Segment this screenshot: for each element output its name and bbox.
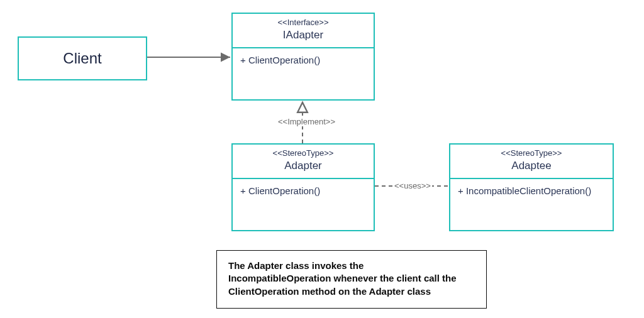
adaptee-body: + IncompatibleClientOperation(): [450, 179, 613, 202]
adaptee-header: <<StereoType>> Adaptee: [450, 145, 613, 179]
adaptee-name: Adaptee: [455, 159, 608, 173]
adapter-header: <<StereoType>> Adapter: [233, 145, 374, 179]
adapter-body: + ClientOperation(): [233, 179, 374, 202]
iadapter-body: + ClientOperation(): [233, 48, 374, 72]
note-line-1: The Adapter class invokes the: [228, 260, 475, 272]
iadapter-name: IAdapter: [238, 28, 369, 42]
note-box: The Adapter class invokes the Incompatib…: [216, 250, 487, 309]
uses-label: <<uses>>: [393, 181, 432, 190]
implement-label: <<Implement>>: [277, 117, 336, 126]
note-line-2: IncompatibleOperation whenever the clien…: [228, 272, 475, 285]
note-line-3: ClientOperation method on the Adapter cl…: [228, 285, 475, 298]
adapter-name: Adapter: [238, 159, 369, 173]
iadapter-stereotype: <<Interface>>: [238, 18, 369, 28]
adapter-method-0: + ClientOperation(): [240, 185, 366, 196]
iadapter-box: <<Interface>> IAdapter + ClientOperation…: [231, 13, 375, 101]
adaptee-stereotype: <<StereoType>>: [455, 148, 608, 159]
diagram-canvas: Client <<Interface>> IAdapter + ClientOp…: [0, 0, 644, 318]
adapter-box: <<StereoType>> Adapter + ClientOperation…: [231, 143, 375, 231]
adapter-stereotype: <<StereoType>>: [238, 148, 369, 159]
adaptee-method-0: + IncompatibleClientOperation(): [458, 185, 605, 196]
client-box: Client: [18, 36, 147, 80]
iadapter-method-0: + ClientOperation(): [240, 55, 366, 65]
iadapter-header: <<Interface>> IAdapter: [233, 14, 374, 48]
client-label: Client: [63, 50, 101, 67]
adaptee-box: <<StereoType>> Adaptee + IncompatibleCli…: [449, 143, 614, 231]
